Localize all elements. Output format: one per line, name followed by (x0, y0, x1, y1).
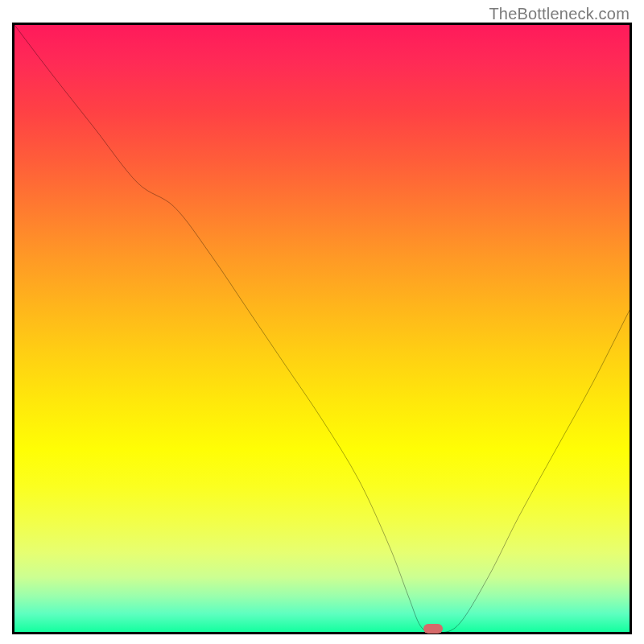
optimum-marker (423, 624, 443, 634)
curve-svg (14, 25, 630, 632)
bottleneck-curve (14, 25, 630, 632)
chart-frame (12, 23, 632, 634)
watermark-text: TheBottleneck.com (489, 5, 630, 23)
plot-area (14, 25, 630, 632)
